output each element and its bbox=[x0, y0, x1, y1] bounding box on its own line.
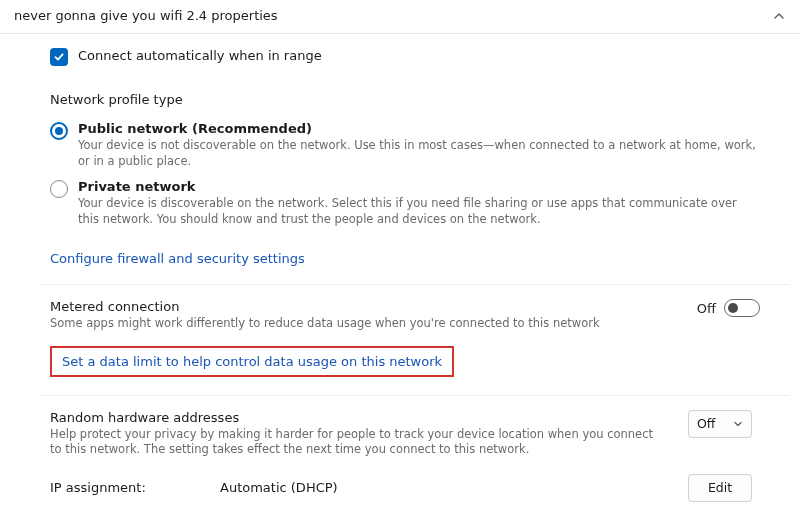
connect-auto-row[interactable]: Connect automatically when in range bbox=[50, 48, 790, 66]
metered-title: Metered connection bbox=[50, 299, 600, 314]
page-title: never gonna give you wifi 2.4 properties bbox=[14, 8, 278, 23]
private-network-desc: Your device is discoverable on the netwo… bbox=[78, 196, 758, 227]
chevron-down-icon bbox=[733, 419, 743, 429]
random-hw-title: Random hardware addresses bbox=[50, 410, 668, 425]
ip-assignment-value: Automatic (DHCP) bbox=[220, 480, 688, 495]
radio-selected-icon[interactable] bbox=[50, 122, 68, 140]
divider bbox=[40, 395, 790, 396]
public-network-desc: Your device is not discoverable on the n… bbox=[78, 138, 758, 169]
private-network-title: Private network bbox=[78, 179, 195, 194]
highlight-annotation: Set a data limit to help control data us… bbox=[50, 346, 454, 377]
public-network-option[interactable]: Public network (Recommended) Your device… bbox=[50, 121, 790, 169]
ip-assignment-label: IP assignment: bbox=[50, 480, 220, 495]
radio-unselected-icon[interactable] bbox=[50, 180, 68, 198]
profile-type-heading: Network profile type bbox=[50, 92, 790, 107]
random-hw-desc: Help protect your privacy by making it h… bbox=[50, 427, 668, 458]
firewall-settings-link[interactable]: Configure firewall and security settings bbox=[50, 251, 305, 266]
ip-edit-button[interactable]: Edit bbox=[688, 474, 752, 502]
properties-header[interactable]: never gonna give you wifi 2.4 properties bbox=[0, 0, 800, 34]
toggle-off-icon[interactable] bbox=[724, 299, 760, 317]
chevron-up-icon bbox=[772, 9, 786, 23]
metered-desc: Some apps might work differently to redu… bbox=[50, 316, 600, 332]
random-hw-value: Off bbox=[697, 416, 715, 431]
metered-toggle[interactable]: Off bbox=[697, 299, 760, 317]
connect-auto-label: Connect automatically when in range bbox=[78, 48, 322, 63]
private-network-option[interactable]: Private network Your device is discovera… bbox=[50, 179, 790, 227]
data-limit-link[interactable]: Set a data limit to help control data us… bbox=[62, 354, 442, 369]
public-network-title: Public network (Recommended) bbox=[78, 121, 312, 136]
random-hw-dropdown[interactable]: Off bbox=[688, 410, 752, 438]
metered-toggle-state: Off bbox=[697, 301, 716, 316]
connect-auto-checkbox[interactable] bbox=[50, 48, 68, 66]
divider bbox=[40, 284, 790, 285]
